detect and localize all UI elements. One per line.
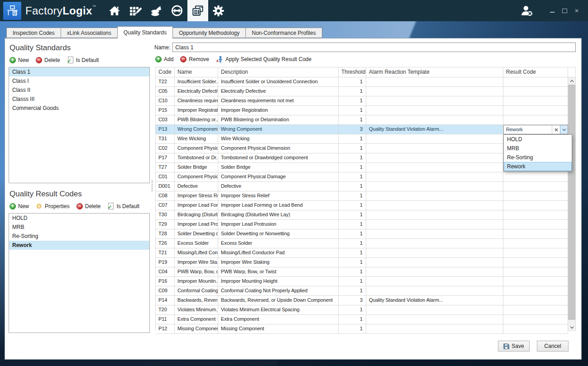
cell-alarm-template <box>366 115 503 125</box>
table-row-c04[interactable]: C04PWB Warp, Bow, or...PWB Warp, Bow, or… <box>156 267 568 277</box>
result-code-combobox[interactable]: Rework <box>503 125 568 134</box>
cell-threshold: 1 <box>339 324 366 334</box>
table-row-p12[interactable]: P12Missing ComponentMissing Component1 <box>156 324 568 334</box>
table-row-c07[interactable]: C07Improper Lead For...Improper Lead For… <box>156 201 568 210</box>
toolbar-button-apply-selected-quality-result-code[interactable]: ABApply Selected Quality Result Code <box>216 56 311 62</box>
settings-gear-icon[interactable] <box>208 0 229 21</box>
toolbar-button-add[interactable]: Add <box>155 56 173 62</box>
toolbar-button-remove[interactable]: Remove <box>180 56 209 62</box>
cell-description: Wire Wicking <box>218 134 339 144</box>
close-button[interactable]: ✕ <box>574 8 580 14</box>
maximize-button[interactable] <box>561 8 568 14</box>
cell-description: Birdcaging (Disturbed Wire Lay) <box>218 210 339 220</box>
cancel-button[interactable]: Cancel <box>537 341 569 352</box>
cell-name: Improper Lead Pro... <box>175 220 218 229</box>
tab-quality-standards[interactable]: Quality Standards <box>117 26 173 38</box>
materials-icon[interactable] <box>146 0 167 21</box>
toolbar-button-label: Delete <box>85 203 101 209</box>
table-row-t21[interactable]: T21Missing/Lifted Con...Missing/Lifted C… <box>156 248 568 258</box>
cell-alarm-template <box>366 182 503 191</box>
table-row-p11[interactable]: P11Extra ComponentExtra Component1 <box>156 315 568 324</box>
cell-code: T28 <box>156 229 175 239</box>
tab-inspection-codes[interactable]: Inspection Codes <box>6 28 61 38</box>
cell-description: Backwards, Reversed, or Upside Down Comp… <box>218 296 339 305</box>
toolbar-button-properties[interactable]: Properties <box>36 203 70 209</box>
toolbar-button-delete[interactable]: Delete <box>76 203 101 209</box>
dropdown-option-mrb[interactable]: MRB <box>504 144 572 153</box>
toolbar-button-new[interactable]: New <box>10 203 29 209</box>
table-row-c03[interactable]: C03PWB Blistering or...PWB Blistering or… <box>156 115 568 125</box>
table-row-t29[interactable]: T29Improper Lead Pro...Improper Lead Pro… <box>156 220 568 229</box>
list-item-mrb[interactable]: MRB <box>9 223 149 232</box>
home-icon[interactable] <box>104 0 125 21</box>
table-row-c08[interactable]: C08Improper Stress Re...Improper Stress … <box>156 191 568 201</box>
grid-scrollbar[interactable] <box>568 67 576 331</box>
table-row-t26[interactable]: T26Excess SolderExcess Solder1 <box>156 239 568 248</box>
cell-alarm-template <box>366 286 503 296</box>
tab-non-conformance-profiles[interactable]: Non-Conformance Profiles <box>245 28 322 38</box>
table-row-c10[interactable]: C10Cleanliness require...Cleanliness req… <box>156 96 568 106</box>
table-row-c01[interactable]: C01Component Physic...Component Physical… <box>156 172 568 182</box>
table-row-t28[interactable]: T28Solder Dewetting o...Solder Dewetting… <box>156 229 568 239</box>
minimize-button[interactable] <box>549 8 555 14</box>
name-input[interactable] <box>172 43 576 52</box>
dropdown-option-re-sorting[interactable]: Re-Sorting <box>504 153 572 162</box>
cell-code: P15 <box>156 106 175 115</box>
combobox-chevron-down-icon[interactable] <box>560 125 568 134</box>
production-grid-icon[interactable] <box>125 0 146 21</box>
column-header-threshold[interactable]: Threshold <box>339 67 366 77</box>
sync-icon[interactable] <box>167 0 187 21</box>
dropdown-option-hold[interactable]: HOLD <box>504 135 572 144</box>
dropdown-option-rework[interactable]: Rework <box>504 162 572 171</box>
user-logout-icon[interactable] <box>519 5 534 17</box>
table-row-p14[interactable]: P14Backwards, Reverse...Backwards, Rever… <box>156 296 568 305</box>
quality-result-codes-toolbar: NewPropertiesDeleteIs Default <box>10 202 150 210</box>
cell-name: Improper Mountin... <box>175 277 218 286</box>
table-row-d001[interactable]: D001DefectiveDefective1 <box>156 182 568 191</box>
table-row-t30[interactable]: T30Birdcaging (Disturb...Birdcaging (Dis… <box>156 210 568 220</box>
table-row-t22[interactable]: T22Insufficient Solder...Insufficient So… <box>156 77 568 87</box>
column-header-result-code[interactable]: Result Code <box>503 67 568 77</box>
column-header-code[interactable]: Code <box>156 67 175 77</box>
table-row-t20[interactable]: T20Violates Minimum...Violates Minimum E… <box>156 305 568 315</box>
scrollbar-thumb[interactable] <box>568 85 575 320</box>
column-header-description[interactable]: Description <box>218 67 339 77</box>
list-item-commercial-goods[interactable]: Commercial Goods <box>9 104 149 113</box>
list-item-rework[interactable]: Rework <box>9 241 149 250</box>
cell-threshold: 1 <box>339 315 366 324</box>
cell-alarm-template <box>366 163 503 172</box>
list-item-hold[interactable]: HOLD <box>9 214 149 223</box>
toolbar-button-is-default[interactable]: Is Default <box>67 57 99 63</box>
toolbar-button-new[interactable]: New <box>10 57 29 63</box>
tab-opportunity-methodology[interactable]: Opportunity Methodology <box>172 28 246 38</box>
table-row-p15[interactable]: P15Improper Registrati...Improper Regist… <box>156 106 568 115</box>
table-row-c05[interactable]: C05Electrically DefectiveElectrically De… <box>156 87 568 96</box>
column-header-name[interactable]: Name <box>175 67 218 77</box>
documents-icon[interactable] <box>187 0 208 21</box>
scrollbar-track[interactable] <box>568 77 575 331</box>
cell-result-code <box>503 324 568 334</box>
cell-alarm-template <box>366 315 503 324</box>
table-row-c09[interactable]: C09Conformal Coating...Conformal Coating… <box>156 286 568 296</box>
tab-xlink-associations[interactable]: xLink Associations <box>61 28 118 38</box>
column-header-alarm-reaction-template[interactable]: Alarm Reaction Template <box>366 67 503 77</box>
cell-alarm-template: Quality Standard Violation Alarm... <box>366 296 503 305</box>
save-button[interactable]: Save <box>498 341 530 352</box>
list-item-classs-iii[interactable]: Classs III <box>9 95 149 104</box>
toolbar-button-delete[interactable]: Delete <box>36 57 60 63</box>
panel-splitter[interactable] <box>150 38 154 333</box>
list-item-class-1[interactable]: Class 1 <box>9 67 149 76</box>
toolbar-button-is-default[interactable]: Is Default <box>107 203 139 209</box>
cell-description: Component Physical Damage <box>218 172 339 182</box>
scroll-down-icon[interactable] <box>568 324 575 331</box>
table-row-p19[interactable]: P19Improper Wire Sta...Improper Wire Sta… <box>156 258 568 267</box>
scroll-up-icon[interactable] <box>568 77 575 85</box>
cell-alarm-template <box>366 96 503 106</box>
toolbar-button-label: Is Default <box>76 57 99 63</box>
list-item-class-ii[interactable]: Class II <box>9 86 149 95</box>
list-item-re-sorting[interactable]: Re-Sorting <box>9 232 149 241</box>
table-row-p16[interactable]: P16Improper Mountin...Improper Mounting … <box>156 277 568 286</box>
table-row-p13[interactable]: P13Wrong ComponentWrong Component3Qualit… <box>156 125 568 134</box>
combobox-clear-icon[interactable] <box>552 125 560 134</box>
list-item-class-i[interactable]: Class I <box>9 76 149 86</box>
